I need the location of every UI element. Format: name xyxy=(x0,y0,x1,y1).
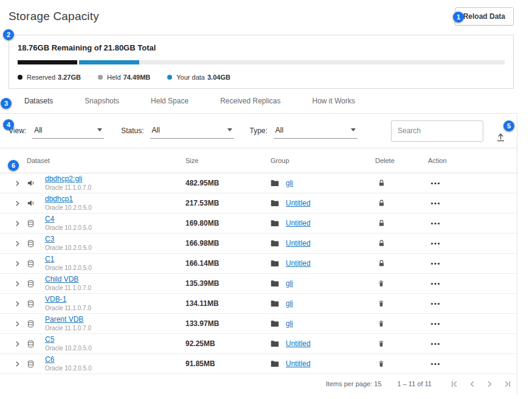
expand-row-button[interactable] xyxy=(7,280,27,287)
chevron-right-icon xyxy=(14,240,21,247)
group-cell: Untitled xyxy=(271,339,373,348)
dataset-name-link[interactable]: Child VDB xyxy=(45,276,185,283)
group-name-link[interactable]: Untitled xyxy=(286,219,311,227)
last-page-button[interactable] xyxy=(503,380,512,389)
expand-row-button[interactable] xyxy=(7,341,27,347)
delete-cell[interactable] xyxy=(373,199,426,207)
group-name-link[interactable]: gli xyxy=(286,279,293,288)
callout-2: 2 xyxy=(3,29,14,40)
type-filter-select[interactable]: All xyxy=(274,123,358,139)
dataset-version: Oracle 11.1.0.7.0 xyxy=(45,184,185,191)
dataset-name-link[interactable]: C3 xyxy=(45,235,185,243)
expand-row-button[interactable] xyxy=(7,361,27,367)
export-button[interactable] xyxy=(496,132,506,142)
group-name-link[interactable]: Untitled xyxy=(286,239,311,248)
legend-dot xyxy=(167,75,172,80)
delete-cell[interactable] xyxy=(373,259,426,268)
dataset-cell: C3 Oracle 10.2.0.5.0 xyxy=(45,235,185,251)
dataset-version: Oracle 11.1.0.7.0 xyxy=(45,285,185,291)
delete-cell[interactable] xyxy=(373,239,426,248)
group-name-link[interactable]: Untitled xyxy=(286,339,311,348)
group-name-link[interactable]: gli xyxy=(286,319,293,328)
dataset-type-icon-cell xyxy=(27,300,45,308)
row-actions-button[interactable] xyxy=(426,222,480,225)
tab-received-replicas[interactable]: Received Replicas xyxy=(220,97,280,105)
delete-cell[interactable] xyxy=(373,319,426,328)
chevron-right-icon xyxy=(14,341,21,347)
row-actions-button[interactable] xyxy=(426,262,480,265)
row-actions-button[interactable] xyxy=(426,363,480,366)
previous-page-button[interactable] xyxy=(468,380,477,389)
column-header-dataset[interactable]: Dataset xyxy=(27,157,185,164)
delete-cell[interactable] xyxy=(373,299,426,308)
column-header-size[interactable]: Size xyxy=(185,157,271,164)
tab-held-space[interactable]: Held Space xyxy=(151,97,188,105)
delete-cell[interactable] xyxy=(373,339,426,348)
view-filter-select[interactable]: All xyxy=(32,123,104,139)
dataset-cell: dbdhcp1 Oracle 10.2.0.5.0 xyxy=(45,195,185,211)
group-name-link[interactable]: Untitled xyxy=(286,259,311,268)
table-row: Child VDB Oracle 11.1.0.7.0 135.39MB gli xyxy=(0,274,517,294)
row-actions-button[interactable] xyxy=(426,202,480,205)
row-actions-button[interactable] xyxy=(426,342,480,345)
dataset-name-link[interactable]: C6 xyxy=(45,356,185,364)
group-name-link[interactable]: gli xyxy=(286,179,293,187)
row-actions-button[interactable] xyxy=(426,182,480,185)
export-upload-icon xyxy=(496,132,506,142)
dataset-name-link[interactable]: VDB-1 xyxy=(45,296,185,304)
dataset-name-link[interactable]: C5 xyxy=(45,336,185,344)
dataset-name-link[interactable]: dbdhcp1 xyxy=(45,195,185,203)
items-per-page-value[interactable]: 15 xyxy=(374,380,381,387)
column-header-group[interactable]: Group xyxy=(271,157,373,164)
chevron-right-icon xyxy=(14,200,21,207)
status-filter-select[interactable]: All xyxy=(150,123,234,139)
dataset-name-link[interactable]: Parent VDB xyxy=(45,316,185,324)
dataset-name-link[interactable]: dbdhcp2:gli xyxy=(45,175,185,183)
chevron-right-icon xyxy=(14,321,21,327)
size-cell: 91.85MB xyxy=(185,359,271,368)
expand-row-button[interactable] xyxy=(7,321,27,327)
vdb-database-icon xyxy=(27,280,35,288)
expand-row-button[interactable] xyxy=(7,220,27,227)
table-body: dbdhcp2:gli Oracle 11.1.0.7.0 482.95MB g… xyxy=(0,173,517,374)
tab-snapshots[interactable]: Snapshots xyxy=(85,97,119,105)
table-row: Parent VDB Oracle 11.1.0.7.0 133.97MB gl… xyxy=(0,314,517,334)
size-cell: 133.97MB xyxy=(185,319,271,328)
row-actions-button[interactable] xyxy=(426,302,480,305)
expand-row-button[interactable] xyxy=(7,300,27,307)
vdb-database-icon xyxy=(27,260,35,268)
first-page-button[interactable] xyxy=(450,380,459,389)
search-input[interactable] xyxy=(391,120,483,142)
storage-capacity-page: Storage Capacity Reload Data 18.76GB Rem… xyxy=(0,0,532,399)
delete-cell[interactable] xyxy=(373,279,426,288)
expand-row-button[interactable] xyxy=(7,180,27,187)
row-actions-button[interactable] xyxy=(426,242,480,245)
dataset-name-link[interactable]: C1 xyxy=(45,255,185,263)
group-cell: Untitled xyxy=(271,219,373,227)
delete-cell[interactable] xyxy=(373,219,426,227)
row-actions-button[interactable] xyxy=(426,282,480,285)
callout-5: 5 xyxy=(503,120,514,131)
delete-cell[interactable] xyxy=(373,179,426,187)
row-actions-button[interactable] xyxy=(426,322,480,325)
group-name-link[interactable]: Untitled xyxy=(286,199,311,207)
group-name-link[interactable]: gli xyxy=(286,299,293,308)
legend-label: Reserved xyxy=(27,74,55,81)
legend-dot xyxy=(18,75,22,80)
delete-cell[interactable] xyxy=(373,359,426,368)
folder-icon xyxy=(271,320,279,327)
expand-row-button[interactable] xyxy=(7,200,27,207)
expand-row-button[interactable] xyxy=(7,240,27,247)
expand-row-button[interactable] xyxy=(7,260,27,267)
next-page-button[interactable] xyxy=(485,380,494,389)
dataset-cell: C5 Oracle 10.2.0.5.0 xyxy=(45,336,185,352)
dataset-version: Oracle 10.2.0.5.0 xyxy=(45,345,185,352)
dataset-name-link[interactable]: C4 xyxy=(45,215,185,223)
tab-how-it-works[interactable]: How it Works xyxy=(313,97,355,105)
group-name-link[interactable]: Untitled xyxy=(286,359,311,368)
chevron-right-icon xyxy=(14,361,21,367)
tab-datasets[interactable]: Datasets xyxy=(24,97,53,105)
chevron-down-icon xyxy=(227,128,232,131)
folder-icon xyxy=(271,280,279,287)
capacity-summary: 18.76GB Remaining of 21.80GB Total xyxy=(18,43,505,52)
